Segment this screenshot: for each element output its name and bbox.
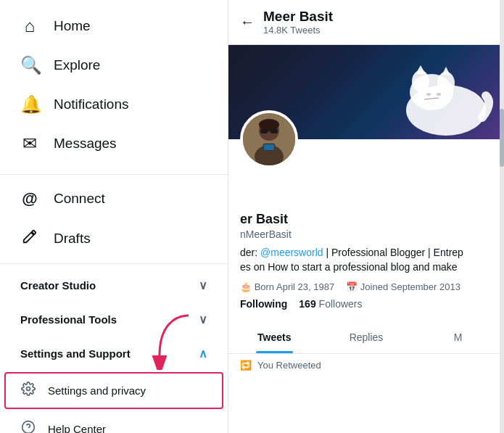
joined-info: 📅 Joined September 2013	[346, 281, 460, 292]
following-stat[interactable]: Following	[240, 298, 287, 310]
help-center-label: Help Center	[48, 423, 106, 433]
svg-point-1	[22, 421, 35, 433]
svg-point-11	[426, 93, 431, 96]
profile-tweets-count: 14.8K Tweets	[263, 25, 333, 36]
scroll-thumb	[500, 109, 504, 167]
profile-partial-name: er Basit	[240, 212, 492, 227]
settings-support-label: Settings and Support	[20, 347, 131, 360]
sidebar-item-home[interactable]: ⌂ Home	[6, 7, 222, 45]
sidebar-item-drafts[interactable]: Drafts	[6, 220, 222, 257]
tab-tweets[interactable]: Tweets	[228, 321, 321, 353]
drafts-icon	[20, 228, 39, 249]
born-info: 🎂 Born April 23, 1987	[240, 281, 334, 292]
section-professional-tools[interactable]: Professional Tools ∨	[0, 302, 228, 337]
creator-studio-label: Creator Studio	[20, 279, 96, 292]
bell-icon: 🔔	[20, 94, 39, 115]
divider-1	[0, 174, 228, 175]
right-panel: ← Meer Basit 14.8K Tweets	[228, 0, 504, 433]
home-icon: ⌂	[20, 16, 39, 36]
section-creator-studio[interactable]: Creator Studio ∨	[0, 268, 228, 302]
settings-sub-items: Settings and privacy Help Center	[0, 371, 228, 433]
svg-point-12	[437, 93, 441, 96]
avatar	[240, 110, 298, 168]
svg-rect-17	[260, 129, 268, 133]
retweet-bar: 🔁 You Retweeted	[228, 354, 504, 376]
svg-marker-9	[416, 65, 426, 74]
chevron-down-icon-2: ∨	[199, 313, 207, 326]
sidebar-item-messages[interactable]: ✉ Messages	[6, 125, 222, 162]
profile-username: nMeerBasit	[240, 228, 492, 240]
profile-display-name: Meer Basit	[263, 9, 333, 25]
tab-more[interactable]: M	[412, 321, 504, 353]
help-icon	[20, 420, 36, 433]
svg-rect-18	[270, 129, 278, 133]
bio-link[interactable]: @meersworld	[260, 247, 323, 258]
profile-info: er Basit nMeerBasit der: @meersworld | P…	[228, 176, 504, 318]
sidebar-item-home-label: Home	[54, 18, 91, 34]
chevron-down-icon: ∨	[199, 279, 207, 292]
followers-stat[interactable]: 169 Followers	[299, 298, 362, 310]
sidebar-item-explore-label: Explore	[54, 57, 100, 73]
svg-rect-22	[264, 144, 274, 150]
sidebar-item-connect-label: Connect	[54, 191, 105, 207]
sidebar-item-notifications[interactable]: 🔔 Notifications	[6, 86, 222, 123]
profile-header: ← Meer Basit 14.8K Tweets	[228, 0, 504, 45]
professional-tools-label: Professional Tools	[20, 313, 117, 326]
sidebar-item-connect[interactable]: @ Connect	[6, 181, 222, 217]
sidebar-item-notifications-label: Notifications	[54, 96, 129, 112]
sub-item-settings-privacy[interactable]: Settings and privacy	[4, 372, 223, 409]
at-icon: @	[20, 189, 39, 208]
sub-item-help-center[interactable]: Help Center	[0, 411, 228, 433]
divider-2	[0, 263, 228, 264]
gear-icon	[20, 382, 36, 400]
sidebar-item-drafts-label: Drafts	[54, 231, 91, 247]
scroll-bar[interactable]	[500, 0, 504, 433]
sidebar-item-messages-label: Messages	[54, 136, 117, 152]
avatar-section	[228, 139, 504, 176]
profile-tabs: Tweets Replies M	[228, 321, 504, 354]
sidebar-nav: ⌂ Home 🔍 Explore 🔔 Notifications ✉ Messa…	[0, 0, 228, 170]
back-button[interactable]: ←	[240, 14, 255, 30]
envelope-icon: ✉	[20, 133, 39, 154]
retweet-label: You Retweeted	[257, 360, 321, 371]
profile-header-info: Meer Basit 14.8K Tweets	[263, 9, 333, 36]
sidebar: ⌂ Home 🔍 Explore 🔔 Notifications ✉ Messa…	[0, 0, 228, 433]
sidebar-item-explore[interactable]: 🔍 Explore	[6, 46, 222, 84]
tab-replies[interactable]: Replies	[321, 321, 413, 353]
retweet-icon: 🔁	[240, 360, 252, 371]
chevron-up-icon: ∧	[199, 347, 207, 360]
profile-meta: 🎂 Born April 23, 1987 📅 Joined September…	[240, 281, 492, 292]
svg-marker-10	[442, 67, 450, 75]
follow-stats: Following 169 Followers	[240, 298, 492, 310]
settings-privacy-label: Settings and privacy	[48, 384, 146, 397]
profile-bio: der: @meersworld | Professional Blogger …	[240, 246, 492, 274]
svg-point-16	[259, 119, 279, 131]
search-icon: 🔍	[20, 55, 39, 75]
section-settings-support[interactable]: Settings and Support ∧	[0, 337, 228, 371]
svg-point-0	[27, 387, 30, 391]
